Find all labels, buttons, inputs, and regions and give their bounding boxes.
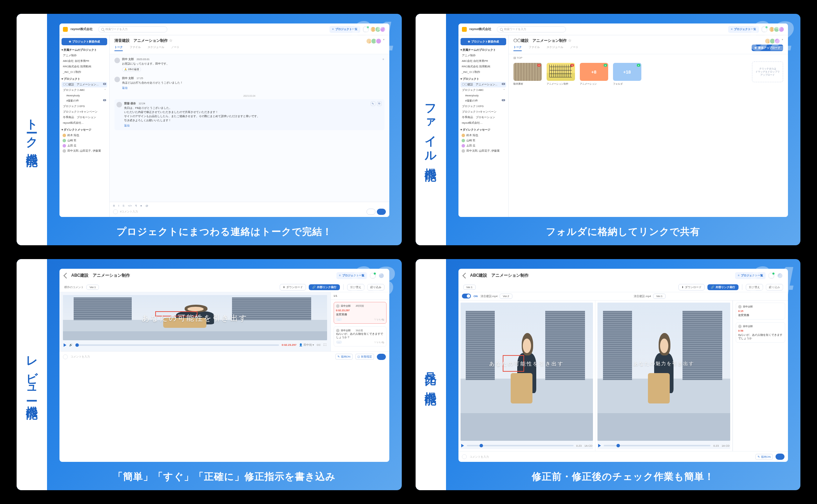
file-item[interactable]: 4 動画素材 [513,63,542,86]
filter-select[interactable]: 絞り込み [766,284,783,291]
sidebar-item[interactable]: アニメ制作 [62,53,107,58]
comment-item[interactable]: 田中太郎 2時間前 0:02.23.297 改変業務 …♡ いいね [334,302,387,324]
rect-toggle[interactable]: ◻ 矩形指定 [355,354,374,360]
draw-toggle[interactable]: ✎ 描画ON [755,454,773,460]
dm-item[interactable]: 鈴木 拓也 [62,133,107,138]
seek-bar[interactable] [604,445,711,446]
sidebar-item[interactable]: プロジェクト×キャンペーン [461,109,506,115]
drop-zone[interactable]: クリックまたは ドラッグ＆ドロップで アップロード [752,61,783,82]
upload-button[interactable]: ⊕ 新規アップロード [752,45,783,51]
sidebar-item[interactable]: rayout株式会社… [461,120,506,126]
download-button[interactable]: ⬇ ダウンロード [280,284,306,291]
sidebar-item-active[interactable]: 〇〇建設 アニメーション…5 [461,82,506,87]
like-icon[interactable]: ♡ いいね [374,341,384,344]
emoji-icon[interactable] [63,354,68,359]
compare-toggle[interactable] [462,294,471,298]
send-button[interactable] [377,209,386,215]
dm-item[interactable]: 田中太郎, 山田花子, 伊藤菜 [461,148,506,153]
sidebar-channel[interactable]: #撮影の件5 [461,98,506,104]
strike-icon[interactable]: S [123,204,124,207]
notification-icon[interactable] [762,27,767,32]
file-item[interactable]: 4 アニメーション制作 [547,63,575,86]
room-members[interactable]: ▾ [766,38,783,44]
sidebar-item[interactable]: プロジェクトEFG [62,104,107,109]
sidebar-item[interactable]: ABC会社 自社事業PR [62,58,107,64]
sidebar-item[interactable]: RRC株式会社 採用動画 [461,64,506,69]
pin-icon[interactable]: ★ [382,58,384,72]
dm-item[interactable]: 山崎 哲 [461,138,506,143]
room-members[interactable]: ▾ [367,38,384,44]
fullscreen-icon[interactable]: ⛶ [324,343,326,346]
sidebar-item[interactable]: プロジェクト×キャンペーン [62,109,107,115]
chat-message[interactable]: 田中 太郎 17:25 先ほどはお打ち合わせありがとうございました！ 返信 [114,77,384,90]
seek-bar[interactable] [467,445,574,446]
tab-note[interactable]: ノート [570,45,578,51]
avatar[interactable] [378,273,384,279]
tab-file[interactable]: ファイル [529,45,540,51]
dm-item[interactable]: 山崎 哲 [62,138,107,143]
sidebar-item[interactable]: アニメ制作 [461,53,506,58]
notification-icon[interactable] [370,273,375,278]
play-icon[interactable] [461,444,464,447]
emoji-icon[interactable] [113,209,118,214]
play-icon[interactable] [598,444,601,447]
seek-bar[interactable] [75,344,279,346]
para-icon[interactable]: ¶ [136,204,137,207]
org-name[interactable]: rayout株式会社 [71,27,93,31]
compose-input[interactable]: #コメント入力 [120,210,364,213]
search-input[interactable]: 検索ワードを入力 [497,26,566,32]
notification-icon[interactable] [363,27,369,32]
member-avatars[interactable] [770,26,784,32]
sidebar-item[interactable]: 冬季商品 プロモーション [62,115,107,120]
sidebar-channel[interactable]: #撮影の件5 [62,98,107,104]
project-list-button[interactable]: ≡ プロジェクト一覧 [728,26,759,33]
sidebar-item-active[interactable]: 〇〇建設 アニメーション…5 [62,82,107,87]
video-preview-left[interactable]: あなたの可能性を引き出す [461,303,593,441]
play-icon[interactable] [64,343,66,347]
folder-item[interactable]: ●+18 フォルダ [613,63,641,86]
emoji-icon[interactable] [462,454,467,459]
dm-item[interactable]: 土田 栞 [461,143,506,148]
tab-talk[interactable]: トーク [513,45,522,51]
sidebar-channel[interactable]: #everybody [62,93,107,98]
sidebar-item[interactable]: 冬季商品 プロモーション [461,115,506,120]
tab-talk[interactable]: トーク [114,45,123,51]
comment-item[interactable]: 田中太郎 0:15 改変業務 [736,303,785,320]
comment-item[interactable]: 田中太郎 0:56 ねらいが、あの人物を短くできますでしょうか [736,322,785,343]
assignee-select[interactable]: 👤 田中宛 ▾ [299,343,314,347]
code-icon[interactable]: </> [128,204,132,207]
reply-link[interactable]: 返信 [124,124,130,127]
create-project-button[interactable]: ⊕ プロジェクト新規作成 [62,38,107,45]
send-button[interactable] [377,354,386,360]
sidebar-item[interactable]: プロジェクトEFG [461,104,506,109]
volume-icon[interactable]: 🔊 [69,343,73,346]
tab-schedule[interactable]: スケジュール [547,45,563,51]
comment-item[interactable]: 田中太郎 36分前 ねらいが、あの人物を短くできますでしょうか？ …♡ いいね [334,326,387,346]
video-preview-right[interactable]: あなたの魅力を引き出す [597,303,730,441]
edit-icon[interactable]: ✎ [371,101,375,106]
tab-schedule[interactable]: スケジュール [148,45,164,51]
avatar[interactable] [777,273,783,279]
draw-toggle[interactable]: ✎ 描画ON [335,354,353,360]
like-icon[interactable]: ♡ いいね [374,318,384,321]
member-avatars[interactable] [371,26,386,32]
star-icon[interactable]: ☆ [568,38,572,43]
sidebar-item[interactable]: プロジェクトABC⌃ [62,87,107,93]
sidebar-item[interactable]: _INC_ロゴ制作 [461,69,506,75]
send-button[interactable] [776,454,784,460]
reaction-badge[interactable]: 🙏 2件の返信 [122,67,141,72]
copy-icon[interactable]: ⧉ [377,101,382,106]
org-name[interactable]: rayout株式会社 [470,27,492,31]
download-button[interactable]: ⬇ ダウンロード [678,284,705,291]
comment-input[interactable]: コメントを入力 [71,355,333,359]
sort-select[interactable]: 並び替え [347,284,364,291]
reply-link[interactable]: 返信 [122,86,128,90]
italic-icon[interactable]: I [118,204,119,207]
version-select[interactable]: Ver.1 [463,285,476,290]
filter-select[interactable]: 絞り込み [367,284,384,291]
sort-select[interactable]: 並び替え [746,284,763,291]
bold-icon[interactable]: B [113,204,115,207]
share-link-button[interactable]: 🔗 外部リンク発行 [309,284,340,290]
tab-file[interactable]: ファイル [130,45,141,51]
breadcrumb[interactable]: ▤ TOP [509,54,788,61]
